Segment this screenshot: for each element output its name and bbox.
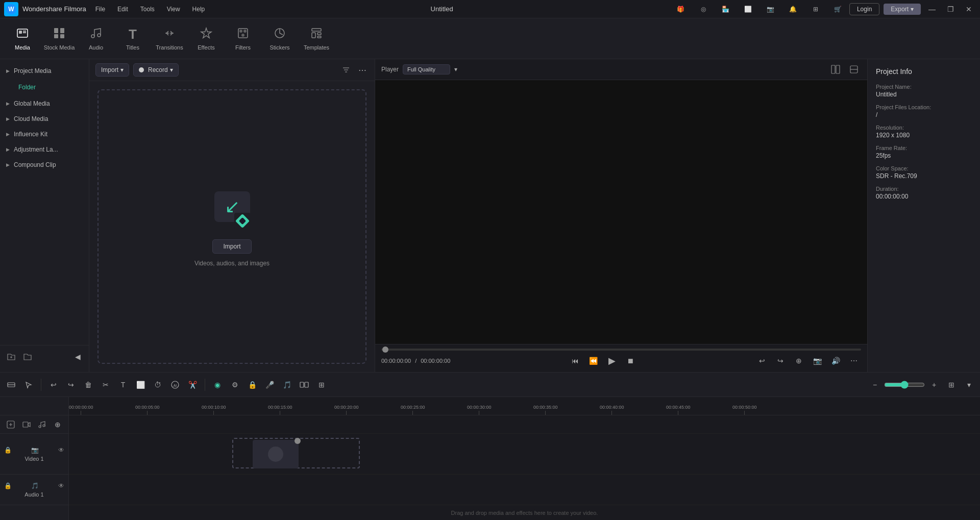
audio-track-eye-icon[interactable]: 👁 xyxy=(58,482,64,489)
add-folder-button[interactable] xyxy=(4,350,18,364)
record-button[interactable]: Record ▾ xyxy=(133,63,179,77)
timeline-audio-button[interactable]: 🎵 xyxy=(280,378,294,392)
sidebar-item-adjustment-layer[interactable]: ▶ Adjustment La... xyxy=(0,142,89,157)
split-view-icon[interactable] xyxy=(828,62,843,77)
timeline-undo-button[interactable]: ↩ xyxy=(46,378,61,392)
timeline-select-button[interactable] xyxy=(21,378,36,392)
media-drop-area[interactable]: ↙ Import Videos, audios, and images xyxy=(97,89,366,364)
loop-back-button[interactable]: ↩ xyxy=(755,354,769,368)
menu-edit[interactable]: Edit xyxy=(112,4,133,15)
timeline-fx-button[interactable]: ⚙ xyxy=(228,378,242,392)
close-button[interactable]: ✕ xyxy=(962,2,976,16)
menu-view[interactable]: View xyxy=(162,4,185,15)
timeline-redo-button[interactable]: ↪ xyxy=(64,378,78,392)
tool-audio[interactable]: Audio xyxy=(78,20,114,57)
notification-icon[interactable]: 🔔 xyxy=(786,2,800,16)
info-resolution-value: 1920 x 1080 xyxy=(876,132,972,139)
audio-track-add-button[interactable] xyxy=(35,417,49,432)
media-icon[interactable]: 📷 xyxy=(764,2,778,16)
timeline-clips[interactable]: Drag and drop media and effects here to … xyxy=(69,415,980,520)
tool-effects[interactable]: Effects xyxy=(188,20,225,57)
cart-icon[interactable]: 🛒 xyxy=(831,2,845,16)
sidebar-item-influence-kit[interactable]: ▶ Influence Kit xyxy=(0,127,89,142)
menu-help[interactable]: Help xyxy=(187,4,210,15)
skip-back-button[interactable]: ⏮ xyxy=(568,354,582,368)
tool-stock-media[interactable]: Stock Media xyxy=(41,20,78,57)
tool-titles[interactable]: T Titles xyxy=(114,20,151,57)
svg-text:W: W xyxy=(8,6,14,13)
more-options-icon[interactable]: ⋯ xyxy=(356,64,369,76)
clip-handle[interactable] xyxy=(295,438,301,444)
login-button[interactable]: Login xyxy=(849,3,879,15)
audio-track-clips[interactable] xyxy=(69,475,980,505)
import-drop-button[interactable]: Import xyxy=(212,239,251,254)
export-button[interactable]: Export ▾ xyxy=(884,4,921,15)
zoom-slider[interactable] xyxy=(884,381,925,389)
target-icon[interactable]: ◎ xyxy=(696,2,710,16)
progress-thumb[interactable] xyxy=(382,346,388,353)
tool-media[interactable]: Media xyxy=(4,20,41,57)
new-folder-button[interactable] xyxy=(20,350,35,364)
import-button[interactable]: Import ▾ xyxy=(95,63,129,77)
sidebar-item-compound-clip[interactable]: ▶ Compound Clip xyxy=(0,157,89,172)
filter-icon[interactable] xyxy=(340,64,352,76)
timeline-snap-button[interactable] xyxy=(4,378,18,392)
timeline-text-button[interactable]: T xyxy=(116,378,130,392)
audio-track-note-icon[interactable]: 🎵 xyxy=(31,482,39,489)
drop-subtitle-text: Videos, audios, and images xyxy=(194,260,270,267)
timeline-cut-button[interactable]: ✂ xyxy=(99,378,113,392)
timeline-speed-button[interactable]: ⏱ xyxy=(151,378,165,392)
video-track-clips[interactable] xyxy=(69,434,980,475)
sidebar-folder-item[interactable]: Folder xyxy=(12,81,89,94)
collapse-sidebar-button[interactable]: ◀ xyxy=(70,350,85,364)
loop-forward-button[interactable]: ↪ xyxy=(773,354,788,368)
menu-file[interactable]: File xyxy=(90,4,110,15)
audio-track-lock-icon[interactable]: 🔒 xyxy=(4,482,12,489)
timeline-ai-button[interactable]: AI xyxy=(168,378,182,392)
tool-filters[interactable]: Filters xyxy=(225,20,261,57)
share-icon[interactable]: ⊞ xyxy=(808,2,823,16)
progress-track[interactable] xyxy=(381,349,861,351)
stop-button[interactable]: ⏹ xyxy=(623,354,638,368)
tool-transitions[interactable]: Transitions xyxy=(151,20,188,57)
caption-icon[interactable]: ⬜ xyxy=(741,2,755,16)
tool-templates[interactable]: Templates xyxy=(298,20,335,57)
sidebar-item-global-media[interactable]: ▶ Global Media xyxy=(0,96,89,111)
video-track-eye-icon[interactable]: 👁 xyxy=(58,447,64,454)
play-button[interactable]: ▶ xyxy=(605,354,619,368)
minimize-button[interactable]: — xyxy=(925,2,939,16)
timeline-mic-button[interactable]: 🎤 xyxy=(262,378,277,392)
timeline-lock-button[interactable]: 🔒 xyxy=(245,378,259,392)
add-track-button[interactable] xyxy=(4,417,18,432)
timeline-more-button[interactable]: ▾ xyxy=(962,378,976,392)
timeline-crop-button[interactable]: ⬜ xyxy=(133,378,148,392)
store-icon[interactable]: 🏪 xyxy=(719,2,733,16)
video-track-add-button[interactable] xyxy=(20,417,34,432)
clip-thumbnail[interactable] xyxy=(253,440,299,468)
restore-button[interactable]: ❐ xyxy=(943,2,958,16)
video-track-camera-icon[interactable]: 📷 xyxy=(31,447,39,454)
timeline-transition-button[interactable] xyxy=(297,378,311,392)
video-track-lock-icon[interactable]: 🔒 xyxy=(4,447,12,454)
add-mark-button[interactable]: ⊕ xyxy=(792,354,806,368)
volume-button[interactable]: 🔊 xyxy=(828,354,843,368)
gift-icon[interactable]: 🎁 xyxy=(674,2,688,16)
fullscreen-icon[interactable] xyxy=(847,62,861,77)
timeline-active-toggle[interactable]: ◉ xyxy=(210,378,225,392)
timeline-split-screen-button[interactable]: ⊞ xyxy=(314,378,329,392)
settings-button[interactable]: ⋯ xyxy=(847,354,861,368)
quality-select[interactable]: Full Quality Half Quality Quarter Qualit… xyxy=(403,64,450,75)
timeline-scissors-button[interactable]: ✂️ xyxy=(185,378,200,392)
timeline-grid-button[interactable]: ⊞ xyxy=(944,378,959,392)
snapshot-button[interactable]: 📷 xyxy=(810,354,824,368)
effect-track-add-button[interactable]: ⊕ xyxy=(51,417,65,432)
step-back-button[interactable]: ⏪ xyxy=(586,354,601,368)
timeline-delete-button[interactable]: 🗑 xyxy=(81,378,95,392)
zoom-out-button[interactable]: − xyxy=(868,378,882,392)
info-project-name-value: Untitled xyxy=(876,91,972,98)
sidebar-item-project-media[interactable]: ▶ Project Media xyxy=(0,63,89,79)
zoom-in-button[interactable]: + xyxy=(927,378,941,392)
tool-stickers[interactable]: Stickers xyxy=(261,20,298,57)
sidebar-item-cloud-media[interactable]: ▶ Cloud Media xyxy=(0,111,89,127)
menu-tools[interactable]: Tools xyxy=(135,4,160,15)
